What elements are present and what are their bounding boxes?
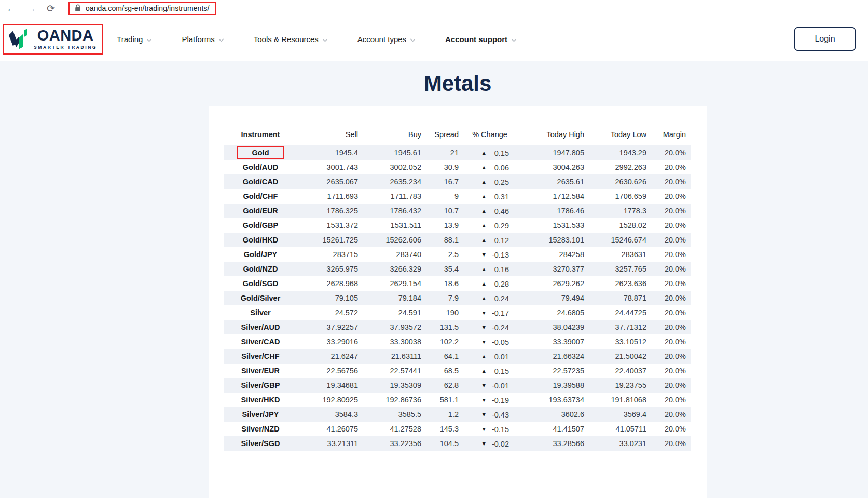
sell-value: 2628.968 bbox=[297, 276, 359, 291]
margin-value: 20.0% bbox=[649, 334, 691, 349]
margin-value: 20.0% bbox=[649, 393, 691, 407]
change-down-icon: ▼ bbox=[481, 252, 487, 258]
table-row: Silver 24.572 24.591 190 ▼ -0.17 24.6805… bbox=[224, 305, 691, 320]
table-row: Silver/EUR 22.56756 22.57441 68.5 ▲ 0.15… bbox=[224, 364, 691, 378]
today-high-value: 2635.61 bbox=[519, 174, 586, 189]
today-high-value: 1531.533 bbox=[519, 218, 586, 233]
change-down-icon: ▼ bbox=[481, 412, 487, 418]
today-low-value: 41.05711 bbox=[586, 422, 649, 436]
today-low-value: 21.50042 bbox=[586, 349, 649, 364]
sell-value: 1711.693 bbox=[297, 189, 359, 204]
chevron-down-icon bbox=[218, 35, 224, 44]
nav-item-account-support[interactable]: Account support bbox=[445, 35, 517, 44]
change-down-icon: ▼ bbox=[481, 426, 487, 432]
today-low-value: 2992.263 bbox=[586, 160, 649, 174]
change-value: 0.06 bbox=[491, 164, 509, 172]
buy-value: 1786.432 bbox=[359, 204, 422, 218]
instrument-name: Silver/AUD bbox=[237, 321, 284, 333]
table-row: Silver/SGD 33.21311 33.22356 104.5 ▼ -0.… bbox=[224, 436, 691, 451]
table-row: Gold/JPY 283715 283740 2.5 ▼ -0.13 28425… bbox=[224, 247, 691, 262]
nav-item-platforms[interactable]: Platforms bbox=[182, 35, 224, 44]
today-low-value: 2623.636 bbox=[586, 276, 649, 291]
margin-value: 20.0% bbox=[649, 276, 691, 291]
sell-value: 22.56756 bbox=[297, 364, 359, 378]
oanda-logo[interactable]: OANDA SMARTER TRADING bbox=[8, 28, 97, 50]
nav-item-tools-resources[interactable]: Tools & Resources bbox=[254, 35, 328, 44]
sell-value: 3001.743 bbox=[297, 160, 359, 174]
column-header-today-low: Today Low bbox=[586, 130, 649, 145]
table-row: Silver/JPY 3584.3 3585.5 1.2 ▼ -0.43 360… bbox=[224, 407, 691, 422]
spread-value: 68.5 bbox=[422, 364, 461, 378]
chevron-down-icon bbox=[146, 35, 152, 44]
buy-value: 19.35309 bbox=[359, 378, 422, 393]
today-low-value: 22.40037 bbox=[586, 364, 649, 378]
today-low-value: 1943.29 bbox=[586, 145, 649, 160]
today-high-value: 2629.262 bbox=[519, 276, 586, 291]
change-value: 0.46 bbox=[491, 207, 509, 216]
today-high-value: 33.39007 bbox=[519, 334, 586, 349]
change-up-icon: ▲ bbox=[481, 208, 487, 214]
nav-item-account-types[interactable]: Account types bbox=[357, 35, 416, 44]
instrument-name: Silver/SGD bbox=[237, 438, 284, 449]
column-header-margin: Margin bbox=[649, 130, 691, 145]
change-up-icon: ▲ bbox=[481, 223, 487, 228]
sell-value: 3584.3 bbox=[297, 407, 359, 422]
margin-value: 20.0% bbox=[649, 320, 691, 334]
browser-forward-icon[interactable]: → bbox=[26, 4, 36, 14]
change-up-icon: ▲ bbox=[481, 179, 487, 185]
buy-value: 2635.234 bbox=[359, 174, 422, 189]
instrument-name: Gold/SGD bbox=[237, 278, 284, 289]
page-content: Metals Instrument Sell Buy Spread % Chan… bbox=[0, 61, 868, 498]
browser-reload-icon[interactable]: ⟳ bbox=[47, 4, 55, 14]
today-high-value: 21.66324 bbox=[519, 349, 586, 364]
nav-item-trading[interactable]: Trading bbox=[117, 35, 152, 44]
sell-value: 19.34681 bbox=[297, 378, 359, 393]
change-up-icon: ▲ bbox=[481, 281, 487, 287]
instrument-name: Silver bbox=[237, 307, 284, 318]
change-value: -0.02 bbox=[491, 440, 509, 448]
today-low-value: 78.871 bbox=[586, 291, 649, 305]
today-low-value: 24.44725 bbox=[586, 305, 649, 320]
change-value: -0.19 bbox=[491, 396, 509, 405]
change-down-icon: ▼ bbox=[481, 339, 487, 345]
table-row: Gold/GBP 1531.372 1531.511 13.9 ▲ 0.29 1… bbox=[224, 218, 691, 233]
spread-value: 7.9 bbox=[422, 291, 461, 305]
buy-value: 15262.606 bbox=[359, 233, 422, 247]
spread-value: 104.5 bbox=[422, 436, 461, 451]
login-button[interactable]: Login bbox=[794, 27, 856, 51]
annotation-box-url: oanda.com/sg-en/trading/instruments/ bbox=[68, 2, 216, 15]
sell-value: 3265.975 bbox=[297, 262, 359, 276]
buy-value: 3585.5 bbox=[359, 407, 422, 422]
today-low-value: 283631 bbox=[586, 247, 649, 262]
spread-value: 64.1 bbox=[422, 349, 461, 364]
buy-value: 41.27528 bbox=[359, 422, 422, 436]
margin-value: 20.0% bbox=[649, 364, 691, 378]
spread-value: 18.6 bbox=[422, 276, 461, 291]
margin-value: 20.0% bbox=[649, 349, 691, 364]
margin-value: 20.0% bbox=[649, 291, 691, 305]
instrument-name: Gold bbox=[237, 146, 284, 159]
buy-value: 1531.511 bbox=[359, 218, 422, 233]
table-row: Gold/CHF 1711.693 1711.783 9 ▲ 0.31 1712… bbox=[224, 189, 691, 204]
instrument-name: Gold/JPY bbox=[237, 249, 284, 260]
browser-back-icon[interactable]: ← bbox=[6, 4, 16, 14]
margin-value: 20.0% bbox=[649, 247, 691, 262]
table-row: Gold/SGD 2628.968 2629.154 18.6 ▲ 0.28 2… bbox=[224, 276, 691, 291]
address-bar[interactable]: oanda.com/sg-en/trading/instruments/ bbox=[86, 4, 210, 12]
spread-value: 16.7 bbox=[422, 174, 461, 189]
margin-value: 20.0% bbox=[649, 145, 691, 160]
buy-value: 21.63111 bbox=[359, 349, 422, 364]
browser-toolbar: ← → ⟳ oanda.com/sg-en/trading/instrument… bbox=[0, 0, 868, 17]
change-up-icon: ▲ bbox=[481, 237, 487, 243]
buy-value: 22.57441 bbox=[359, 364, 422, 378]
table-row: Gold 1945.4 1945.61 21 ▲ 0.15 1947.805 1… bbox=[224, 145, 691, 160]
sell-value: 33.21311 bbox=[297, 436, 359, 451]
today-high-value: 15283.101 bbox=[519, 233, 586, 247]
oanda-logo-wordmark: OANDA bbox=[37, 28, 94, 43]
spread-value: 9 bbox=[422, 189, 461, 204]
today-low-value: 33.0231 bbox=[586, 436, 649, 451]
chevron-down-icon bbox=[410, 35, 416, 44]
instrument-name: Gold/GBP bbox=[237, 220, 284, 231]
buy-value: 33.22356 bbox=[359, 436, 422, 451]
sell-value: 1786.325 bbox=[297, 204, 359, 218]
